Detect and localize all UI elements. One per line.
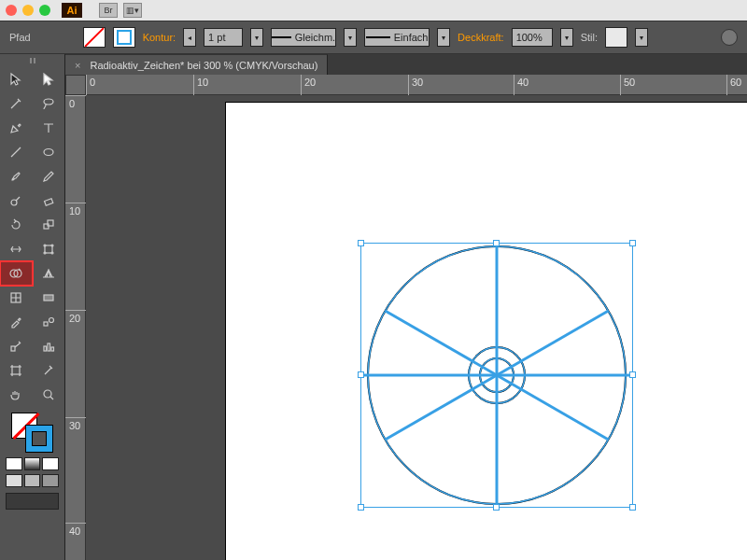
lasso-tool[interactable] — [33, 91, 65, 116]
canvas[interactable]: Abbildung: 19 — [86, 95, 747, 560]
draw-mode-inside[interactable] — [42, 474, 59, 487]
scale-tool[interactable] — [33, 213, 65, 237]
svg-rect-21 — [12, 367, 20, 374]
control-bar: Pfad Kontur: ◂ 1 pt ▾ Gleichm. ▾ Einfach… — [0, 21, 747, 54]
style-dd[interactable]: ▾ — [635, 28, 648, 47]
ruler-origin[interactable] — [65, 75, 86, 95]
stroke-weight-dd[interactable]: ▾ — [250, 28, 263, 47]
svg-rect-15 — [44, 322, 48, 326]
stroke-swatch[interactable] — [113, 27, 135, 48]
color-mode-normal[interactable] — [6, 457, 22, 470]
selection-type-label: Pfad — [9, 32, 31, 43]
handle-ne[interactable] — [629, 240, 636, 246]
gradient-tool[interactable] — [33, 286, 65, 310]
document-tab[interactable]: × Radioaktiv_Zeichen* bei 300 % (CMYK/Vo… — [65, 54, 328, 75]
draw-mode-normal[interactable] — [6, 474, 22, 487]
titlebar: Ai Br ▥▾ — [0, 0, 747, 21]
line-tool[interactable] — [0, 140, 33, 164]
svg-rect-17 — [11, 346, 15, 351]
app-logo: Ai — [62, 3, 82, 18]
paintbrush-tool[interactable] — [0, 164, 33, 189]
shape-builder-tool[interactable] — [0, 261, 33, 286]
ellipse-tool[interactable] — [33, 140, 65, 164]
svg-point-16 — [49, 318, 53, 323]
svg-rect-20 — [51, 347, 54, 351]
handle-s[interactable] — [493, 504, 500, 511]
mesh-tool[interactable] — [0, 286, 33, 310]
doc-setup-icon[interactable] — [721, 29, 738, 46]
svg-rect-18 — [44, 346, 47, 351]
window-zoom-button[interactable] — [39, 5, 50, 16]
tools-panel — [0, 54, 65, 560]
handle-nw[interactable] — [358, 240, 364, 246]
column-graph-tool[interactable] — [33, 334, 65, 358]
handle-se[interactable] — [629, 504, 636, 511]
magic-wand-tool[interactable] — [0, 91, 33, 116]
ruler-vertical[interactable]: 0 10 20 30 40 — [65, 95, 86, 560]
direct-selection-tool[interactable] — [33, 67, 65, 91]
draw-mode-behind[interactable] — [24, 474, 41, 487]
bridge-button[interactable]: Br — [99, 3, 118, 18]
stroke-weight-field[interactable]: 1 pt — [204, 28, 243, 47]
svg-rect-6 — [45, 245, 52, 253]
window-close-button[interactable] — [6, 5, 17, 16]
type-tool[interactable] — [33, 116, 65, 140]
fill-swatch[interactable] — [83, 27, 106, 48]
svg-point-1 — [44, 149, 53, 156]
window-minimize-button[interactable] — [22, 5, 34, 16]
opacity-label[interactable]: Deckkraft: — [458, 32, 504, 43]
color-mode-gradient[interactable] — [24, 457, 41, 470]
ruler-horizontal[interactable]: 0 10 20 30 40 50 60 — [86, 75, 747, 95]
free-transform-tool[interactable] — [33, 237, 65, 261]
pencil-tool[interactable] — [33, 164, 65, 189]
arrange-docs-button[interactable]: ▥▾ — [123, 3, 142, 18]
selection-bounds[interactable] — [360, 243, 633, 508]
opacity-dd[interactable]: ▾ — [560, 28, 573, 47]
handle-n[interactable] — [493, 240, 500, 246]
style-swatch[interactable] — [605, 27, 627, 48]
perspective-grid-tool[interactable] — [33, 261, 65, 286]
symbol-sprayer-tool[interactable] — [0, 334, 33, 358]
svg-point-22 — [44, 390, 51, 398]
close-icon[interactable]: × — [75, 60, 80, 71]
eyedropper-tool[interactable] — [0, 310, 33, 334]
document-area: × Radioaktiv_Zeichen* bei 300 % (CMYK/Vo… — [65, 54, 747, 560]
fill-stroke-indicator[interactable] — [6, 411, 59, 454]
document-tab-title: Radioaktiv_Zeichen* bei 300 % (CMYK/Vors… — [90, 60, 317, 71]
svg-rect-3 — [44, 199, 52, 205]
pen-tool[interactable] — [0, 116, 33, 140]
svg-rect-14 — [44, 295, 53, 301]
svg-rect-19 — [48, 343, 50, 351]
selection-tool[interactable] — [0, 67, 33, 91]
rotate-tool[interactable] — [0, 213, 33, 237]
screen-mode-button[interactable] — [6, 493, 59, 510]
zoom-tool[interactable] — [33, 383, 65, 407]
artboard[interactable]: Abbildung: 19 — [226, 103, 747, 560]
stroke-profile-dd[interactable]: Gleichm. — [271, 28, 336, 47]
slice-tool[interactable] — [33, 358, 65, 383]
stroke-label[interactable]: Kontur: — [143, 32, 176, 43]
hand-tool[interactable] — [0, 383, 33, 407]
stroke-indicator[interactable] — [26, 426, 52, 452]
opacity-field[interactable]: 100% — [512, 28, 553, 47]
color-mode-buttons — [0, 457, 64, 474]
brush-def-dd[interactable]: Einfach — [364, 28, 430, 47]
eraser-tool[interactable] — [33, 189, 65, 213]
brush-dd-btn[interactable]: ▾ — [437, 28, 450, 47]
stroke-stepper[interactable]: ◂ — [183, 28, 196, 47]
svg-point-0 — [44, 99, 53, 105]
width-tool[interactable] — [0, 237, 33, 261]
document-tabs: × Radioaktiv_Zeichen* bei 300 % (CMYK/Vo… — [65, 54, 747, 75]
handle-w[interactable] — [358, 371, 364, 378]
style-label: Stil: — [581, 32, 598, 43]
stroke-profile-btn[interactable]: ▾ — [344, 28, 357, 47]
handle-sw[interactable] — [358, 504, 364, 511]
blend-tool[interactable] — [33, 310, 65, 334]
blob-brush-tool[interactable] — [0, 189, 33, 213]
color-mode-none[interactable] — [42, 457, 59, 470]
artboard-tool[interactable] — [0, 358, 33, 383]
handle-e[interactable] — [629, 371, 636, 378]
